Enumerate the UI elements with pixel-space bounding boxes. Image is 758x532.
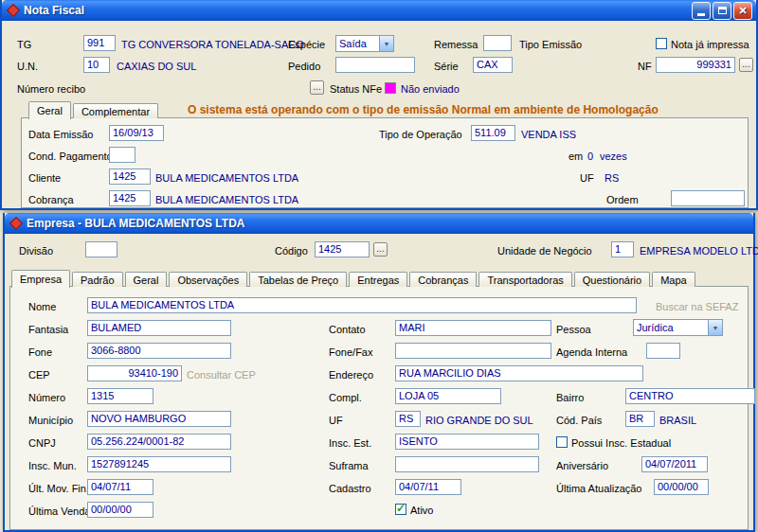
agenda-interna-label: Agenda Interna xyxy=(556,345,627,360)
nota-fiscal-window: Nota Fiscal ✕ TG 991 TG CONVERSORA TONEL… xyxy=(0,0,758,210)
tipo-operacao-description: VENDA ISS xyxy=(521,127,576,142)
pessoa-select[interactable]: Jurídica ▼ xyxy=(633,319,723,336)
nf-lookup-button[interactable]: ... xyxy=(739,58,753,72)
vezes-count: 0 xyxy=(587,149,593,164)
cobranca-description: BULA MEDICAMENTOS LTDA xyxy=(155,192,298,207)
fone-field[interactable]: 3066-8800 xyxy=(87,343,231,359)
nota-impressa-checkbox[interactable] xyxy=(656,38,667,49)
municipio-field[interactable]: NOVO HAMBURGO xyxy=(87,411,231,427)
tab-geral[interactable]: Geral xyxy=(125,272,168,287)
uf-description: RIO GRANDE DO SUL xyxy=(425,413,533,428)
tab-complementar[interactable]: Complementar xyxy=(73,103,158,118)
cliente-code-field[interactable]: 1425 xyxy=(109,168,151,185)
cnpj-label: CNPJ xyxy=(28,435,56,451)
un-code-field[interactable]: 10 xyxy=(83,57,110,73)
buscar-sefaz-link[interactable]: Buscar na SEFAZ xyxy=(656,299,738,314)
app-icon xyxy=(9,217,23,230)
remessa-field[interactable] xyxy=(483,35,512,51)
fonefax-field[interactable] xyxy=(395,343,551,359)
cod-pais-label: Cód. País xyxy=(556,413,602,428)
tipo-operacao-field[interactable]: 511.09 xyxy=(471,125,515,141)
un-label: U.N. xyxy=(17,59,38,74)
fantasia-label: Fantasia xyxy=(28,322,68,337)
suframa-label: Suframa xyxy=(329,458,369,473)
fantasia-field[interactable]: BULAMED xyxy=(87,320,231,336)
codigo-lookup-button[interactable]: ... xyxy=(373,242,388,257)
minimize-button[interactable] xyxy=(692,2,711,20)
aniversario-field[interactable]: 04/07/2011 xyxy=(641,456,708,472)
tab-transportadoras[interactable]: Transportadoras xyxy=(478,272,571,287)
nota-tabstrip: Geral Complementar xyxy=(28,100,160,118)
maximize-button[interactable] xyxy=(713,2,731,20)
nome-field[interactable]: BULA MEDICAMENTOS LTDA xyxy=(87,297,637,313)
bairro-field[interactable]: CENTRO xyxy=(625,388,755,404)
endereco-field[interactable]: RUA MARCILIO DIAS xyxy=(395,365,643,381)
cod-pais-field[interactable]: BR xyxy=(625,411,655,427)
insc-mun-field[interactable]: 1527891245 xyxy=(87,456,231,472)
vezes-label: vezes xyxy=(600,149,627,164)
tab-observacoes[interactable]: Observações xyxy=(169,272,247,287)
uf-field[interactable]: RS xyxy=(395,411,421,427)
ordem-field[interactable] xyxy=(671,190,745,206)
chevron-down-icon: ▼ xyxy=(379,36,393,51)
tab-tabelas-de-preco[interactable]: Tabelas de Preço xyxy=(249,272,347,287)
consultar-cep-link[interactable]: Consultar CEP xyxy=(187,367,256,382)
contato-field[interactable]: MARI xyxy=(395,320,551,336)
status-nfe-value: Não enviado xyxy=(401,81,460,97)
ultima-atualizacao-field[interactable]: 00/00/00 xyxy=(654,479,709,495)
tg-description: TG CONVERSORA TONELADA-SACO xyxy=(121,37,304,52)
cep-field[interactable]: 93410-190 xyxy=(87,365,182,381)
aniversario-label: Aniversário xyxy=(556,458,608,473)
uf-label: UF xyxy=(580,170,594,186)
data-emissao-field[interactable]: 16/09/13 xyxy=(109,125,164,141)
tg-label: TG xyxy=(17,37,31,52)
pessoa-label: Pessoa xyxy=(556,322,591,337)
empresa-titlebar[interactable]: Empresa - BULA MEDICAMENTOS LTDA xyxy=(5,213,753,234)
tab-mapa[interactable]: Mapa xyxy=(652,272,695,287)
especie-label: Espécie xyxy=(288,37,325,52)
endereco-label: Endereço xyxy=(329,367,373,382)
cnpj-field[interactable]: 05.256.224/0001-82 xyxy=(87,434,231,450)
numero-field[interactable]: 1315 xyxy=(87,388,153,404)
serie-field[interactable]: CAX xyxy=(473,57,513,73)
ativo-label: Ativo xyxy=(410,503,433,518)
insc-est-field[interactable]: ISENTO xyxy=(395,434,539,450)
unidade-negocio-field[interactable]: 1 xyxy=(611,241,634,257)
cond-pagamento-field[interactable] xyxy=(109,147,135,163)
ult-mov-fin-field[interactable]: 04/07/11 xyxy=(87,479,153,495)
nota-fiscal-titlebar[interactable]: Nota Fiscal ✕ xyxy=(2,0,756,21)
tg-code-field[interactable]: 991 xyxy=(83,35,116,51)
ultima-venda-field[interactable]: 00/00/00 xyxy=(87,502,153,518)
nf-field[interactable]: 999331 xyxy=(656,57,735,73)
tab-empresa[interactable]: Empresa xyxy=(11,270,70,288)
insc-est-label: Insc. Est. xyxy=(329,435,371,451)
unidade-negocio-label: Unidade de Negócio xyxy=(497,243,592,258)
possui-insc-checkbox[interactable] xyxy=(556,436,568,448)
tab-entregas[interactable]: Entregas xyxy=(349,272,407,287)
cadastro-label: Cadastro xyxy=(329,481,371,496)
tab-questionario[interactable]: Questionário xyxy=(574,272,650,287)
em-label: em xyxy=(568,149,583,164)
cond-pagamento-label: Cond. Pagamento xyxy=(28,149,113,164)
ultima-atualizacao-label: Última Atualização xyxy=(556,481,642,496)
pedido-label: Pedido xyxy=(288,59,320,74)
agenda-interna-field[interactable] xyxy=(646,343,680,359)
ordem-label: Ordem xyxy=(606,192,639,207)
codigo-field[interactable]: 1425 xyxy=(315,241,370,257)
data-emissao-label: Data Emissão xyxy=(28,127,93,142)
tab-geral[interactable]: Geral xyxy=(28,101,71,119)
compl-field[interactable]: LOJA 05 xyxy=(395,388,501,404)
cadastro-field[interactable]: 04/07/11 xyxy=(395,479,461,495)
ativo-checkbox[interactable] xyxy=(395,504,406,515)
especie-select[interactable]: Saída ▼ xyxy=(335,35,394,52)
recibo-lookup-button[interactable]: ... xyxy=(310,80,324,95)
divisao-field[interactable] xyxy=(85,241,117,257)
suframa-field[interactable] xyxy=(395,456,539,472)
pedido-field[interactable] xyxy=(335,57,415,73)
fone-label: Fone xyxy=(28,345,52,360)
tab-cobrancas[interactable]: Cobranças xyxy=(409,272,477,287)
tab-padrao[interactable]: Padrão xyxy=(72,272,122,287)
cobranca-code-field[interactable]: 1425 xyxy=(109,190,151,206)
close-button[interactable]: ✕ xyxy=(733,2,752,20)
fonefax-label: Fone/Fax xyxy=(329,345,372,360)
